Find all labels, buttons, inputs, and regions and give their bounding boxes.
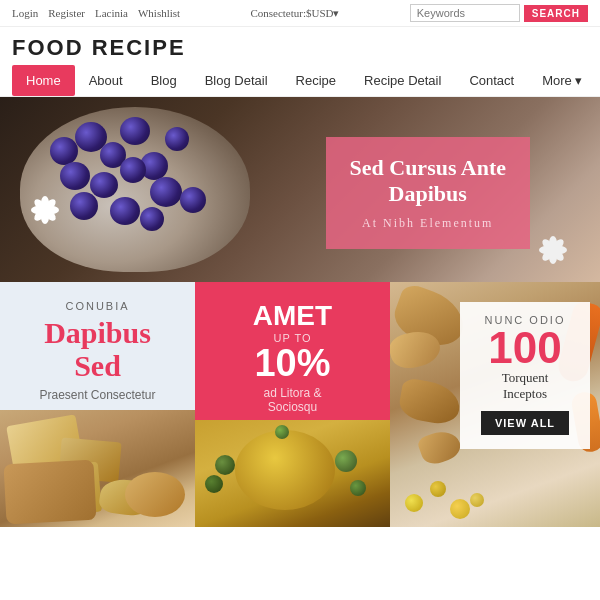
card1-text: CONUBIA DapibusSed Praesent Consectetur <box>0 282 195 410</box>
site-header: FOOD RECIPE <box>0 27 600 65</box>
hero-bowl <box>20 107 250 272</box>
hero-flower-right <box>535 232 570 267</box>
nav-more[interactable]: More ▾ <box>528 65 596 96</box>
hero-subtitle: At Nibh Elementum <box>350 216 506 231</box>
whishlist-link[interactable]: Whishlist <box>138 7 180 19</box>
top-bar-links: Login Register Lacinia Whishlist <box>12 7 180 19</box>
card3-view-all-button[interactable]: VIEW ALL <box>481 411 569 435</box>
card3-overlay: Nunc Odio 100 TorquentInceptos VIEW ALL <box>460 302 590 449</box>
card2-amet: AMET <box>211 300 374 332</box>
nav-blog-detail[interactable]: Blog Detail <box>191 65 282 96</box>
flower-decoration <box>30 195 60 225</box>
card3-num: 100 <box>472 326 578 370</box>
hero-title: Sed Cursus AnteDapibus <box>350 155 506 208</box>
card-2: AMET UP TO 10% ad Litora &Sociosqu <box>195 282 390 527</box>
currency-selector[interactable]: Consectetur:$USD▾ <box>250 7 339 20</box>
card-1: CONUBIA DapibusSed Praesent Consectetur <box>0 282 195 527</box>
hero-text-box: Sed Cursus AnteDapibus At Nibh Elementum <box>326 137 530 249</box>
card1-image <box>0 410 195 527</box>
search-input[interactable] <box>410 4 520 22</box>
nav-blog[interactable]: Blog <box>137 65 191 96</box>
site-logo[interactable]: FOOD RECIPE <box>12 35 588 61</box>
main-nav: Home About Blog Blog Detail Recipe Recip… <box>0 65 600 97</box>
card1-label: CONUBIA <box>16 300 179 312</box>
card2-image <box>195 420 390 527</box>
card1-sub: Praesent Consectetur <box>16 388 179 402</box>
top-bar: Login Register Lacinia Whishlist Consect… <box>0 0 600 27</box>
lacinia-link[interactable]: Lacinia <box>95 7 128 19</box>
nav-home[interactable]: Home <box>12 65 75 96</box>
card2-text: AMET UP TO 10% ad Litora &Sociosqu <box>195 282 390 420</box>
hero-section: Sed Cursus AnteDapibus At Nibh Elementum <box>0 97 600 282</box>
card3-torquent: TorquentInceptos <box>472 370 578 401</box>
cards-section: CONUBIA DapibusSed Praesent Consectetur … <box>0 282 600 527</box>
card2-desc: ad Litora &Sociosqu <box>211 386 374 414</box>
nav-recipe-detail[interactable]: Recipe Detail <box>350 65 455 96</box>
login-link[interactable]: Login <box>12 7 38 19</box>
card1-title: DapibusSed <box>16 316 179 382</box>
search-area: SEARCH <box>410 4 588 22</box>
register-link[interactable]: Register <box>48 7 85 19</box>
nav-about[interactable]: About <box>75 65 137 96</box>
search-button[interactable]: SEARCH <box>524 5 588 22</box>
nav-recipe[interactable]: Recipe <box>282 65 350 96</box>
card2-percent: 10% <box>211 344 374 382</box>
card-3: Nunc Odio 100 TorquentInceptos VIEW ALL <box>390 282 600 527</box>
nav-contact[interactable]: Contact <box>455 65 528 96</box>
